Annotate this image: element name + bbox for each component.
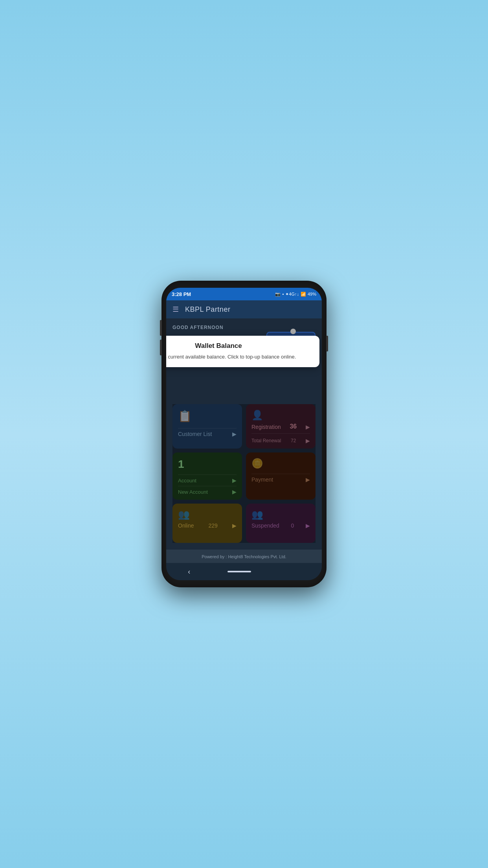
divider [178,428,237,428]
bottom-nav: ‹ [166,563,322,580]
new-account-label-row: New Account ▶ [178,489,237,495]
home-bar[interactable] [227,571,251,572]
cards-grid: 📋 Customer List ▶ 👤 Registration 36 [172,404,316,543]
payment-icon: 🪙 [251,458,263,469]
customer-list-label-row: Customer List ▶ [178,431,237,437]
renewal-count: 72 [291,438,296,443]
app-bar: ☰ KBPL Partner [166,300,322,318]
divider3 [178,474,237,475]
dot-icon: • [282,292,284,296]
battery-icon: 49% [308,292,316,296]
suspended-label: Suspended [251,522,279,529]
registration-icon: 👤 [251,410,263,421]
payment-label-row: Payment ▶ [251,476,310,483]
divider2 [251,433,310,434]
payment-arrow: ▶ [306,476,310,483]
payment-label: Payment [251,476,273,483]
suspended-card[interactable]: 👥 Suspended 0 ▶ [246,504,316,543]
payment-card[interactable]: 🪙 Payment ▶ [246,452,316,500]
username-row: test555 ₹ 12650.51 Wallet Balance This s… [172,332,316,349]
footer-text: Powered by : Height8 Technologies Pvt. L… [202,554,286,559]
online-arrow: ▶ [232,522,237,529]
online-count: 229 [209,522,218,529]
network-icon: 📷 [275,292,281,297]
online-label-row: Online 229 ▶ [178,522,237,529]
new-account-label: New Account [178,489,208,495]
suspended-icon: 👥 [251,509,263,520]
signal-bars: 📶 [301,292,306,297]
online-icon: 👥 [178,509,190,520]
renewal-arrow: ▶ [306,438,310,444]
tooltip-description: This shows current available balance. Cl… [166,353,312,361]
account-label: Account [178,478,196,484]
back-button[interactable]: ‹ [188,568,190,576]
tooltip-title: Wallet Balance [166,342,312,350]
menu-icon[interactable]: ☰ [172,305,179,314]
customer-list-label: Customer List [178,431,212,437]
account-card[interactable]: 1 Account ▶ New Account ▶ [172,452,242,500]
online-card[interactable]: 👥 Online 229 ▶ [172,504,242,543]
status-bar: 3:28 PM 📷 • ✦4G↑↓ 📶 49% [166,288,322,300]
registration-count: 36 [290,423,297,430]
renewal-row: Total Renewal 72 ▶ [251,438,310,444]
signal-icon: ✦4G↑↓ [285,292,299,297]
status-time: 3:28 PM [172,291,191,297]
footer: Powered by : Height8 Technologies Pvt. L… [166,550,322,563]
renewal-label: Total Renewal [251,438,281,443]
customer-list-icon: 📋 [178,410,192,423]
new-account-arrow: ▶ [232,489,237,495]
account-count: 1 [178,458,184,471]
suspended-count: 0 [291,522,294,529]
customer-list-card[interactable]: 📋 Customer List ▶ [172,404,242,449]
suspended-label-row: Suspended 0 ▶ [251,522,310,529]
online-label: Online [178,522,194,529]
wallet-tooltip[interactable]: Wallet Balance This shows current availa… [166,336,319,367]
divider4 [178,486,237,486]
account-label-row: Account ▶ [178,477,237,484]
registration-label-row: Registration 36 ▶ [251,423,310,431]
registration-card[interactable]: 👤 Registration 36 ▶ Total Renewal 72 ▶ [246,404,316,449]
registration-label: Registration [251,424,281,430]
registration-arrow: ▶ [306,424,310,430]
status-icons: 📷 • ✦4G↑↓ 📶 49% [275,292,316,297]
customer-list-arrow: ▶ [232,431,237,437]
app-title: KBPL Partner [185,305,230,314]
tooltip-dot [290,329,296,334]
account-arrow: ▶ [232,477,237,484]
cards-section: 📋 Customer List ▶ 👤 Registration 36 [172,404,316,543]
main-content: GOOD AFTERNOON test555 ₹ 12650.51 Wallet… [166,318,322,550]
suspended-arrow: ▶ [306,522,310,529]
divider5 [251,474,310,474]
